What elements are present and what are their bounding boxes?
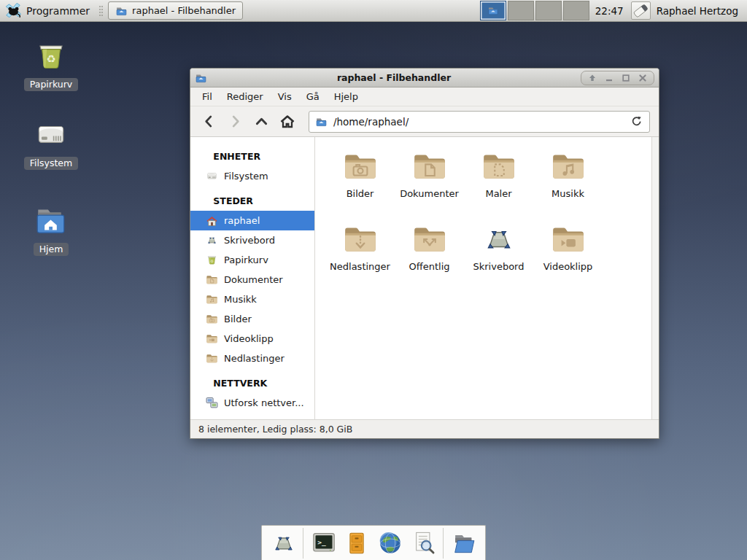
file-item-bilder[interactable]: Bilder — [327, 148, 394, 221]
dock-launcher-search-files[interactable] — [407, 528, 441, 559]
file-label: Offentlig — [409, 261, 450, 272]
back-button[interactable] — [199, 112, 218, 131]
desktop: ♻ Papirkurv Filsystem Hjem Programmer ra… — [0, 0, 747, 560]
sidebar-label: ENHETER — [213, 151, 260, 162]
menu-item[interactable]: Hjelp — [327, 89, 365, 104]
sidebar: ENHETER Filsystem STEDER raphael Skriveb… — [190, 137, 315, 419]
dock-launcher-file-manager[interactable] — [443, 528, 480, 559]
file-item-skrivebord[interactable]: Skrivebord — [465, 221, 533, 294]
workspace-2[interactable] — [508, 1, 534, 20]
panel-grip-handle[interactable] — [98, 4, 104, 18]
file-label: Nedlastinger — [330, 261, 390, 272]
location-bar[interactable]: /home/raphael/ — [309, 111, 650, 133]
taskbar-window-label: raphael - Filbehandler — [132, 5, 236, 16]
dock-launcher-web-browser[interactable] — [374, 528, 407, 559]
taskbar-window-button[interactable]: raphael - Filbehandler — [108, 1, 243, 20]
dock-launcher-show-desktop[interactable] — [267, 528, 301, 559]
dock-launcher-file-cabinet[interactable] — [340, 528, 374, 559]
desktop-icon[interactable]: ♻ Papirkurv — [16, 38, 86, 91]
file-label: Maler — [485, 188, 511, 199]
window-title: raphael - Filbehandler — [212, 72, 576, 83]
file-grid: Bilder Dokumenter Maler Musikk Nedlastin… — [315, 137, 651, 419]
file-manager-window: raphael - Filbehandler Fil Rediger Vis G… — [190, 68, 659, 439]
desktop-icon — [206, 234, 218, 246]
home-button[interactable] — [278, 112, 297, 131]
folder-downloads-icon — [206, 352, 218, 365]
active-window-preview-icon — [487, 5, 499, 16]
desktop-icon-label: Hjem — [34, 243, 69, 256]
sidebar-row-videoklipp[interactable]: Videoklipp — [190, 329, 314, 349]
shade-button[interactable] — [588, 74, 597, 82]
reload-button[interactable] — [629, 114, 643, 129]
sidebar-label: Filsystem — [224, 171, 268, 182]
folder-window-icon — [115, 5, 128, 17]
sidebar-label: Bilder — [224, 314, 252, 324]
file-item-musikk[interactable]: Musikk — [535, 148, 602, 221]
sidebar-row-papirkurv[interactable]: ♻ Papirkurv — [190, 250, 314, 270]
maximize-button[interactable] — [622, 74, 630, 82]
workspace-3[interactable] — [535, 1, 562, 20]
drive-icon — [33, 117, 69, 153]
svg-text:♻: ♻ — [210, 259, 214, 263]
sidebar-row-dokumenter[interactable]: Dokumenter — [190, 270, 314, 289]
minimize-button[interactable] — [605, 74, 614, 82]
folder-templates-icon — [481, 148, 517, 184]
file-item-offentlig[interactable]: Offentlig — [396, 221, 463, 294]
file-label: Bilder — [347, 188, 374, 199]
workspace-4[interactable] — [563, 1, 589, 20]
drive-icon — [206, 170, 218, 182]
file-item-maler[interactable]: Maler — [465, 148, 533, 221]
menu-item[interactable]: Rediger — [220, 89, 271, 104]
sidebar-label: STEDER — [213, 195, 253, 206]
desktop-icon — [270, 529, 298, 557]
file-item-nedlastinger[interactable]: Nedlastinger — [327, 221, 394, 294]
sidebar-row-skrivebord[interactable]: Skrivebord — [190, 230, 314, 250]
cabinet-icon — [343, 529, 371, 557]
close-button[interactable] — [638, 74, 647, 82]
file-label: Skrivebord — [473, 261, 524, 272]
sidebar-row-bilder[interactable]: Bilder — [190, 309, 314, 329]
folder-videos-icon — [550, 221, 587, 257]
folder-pictures-icon — [206, 313, 218, 325]
sidebar-row-utforsk-nettverk[interactable]: Utforsk nettver... — [190, 393, 314, 413]
toolbar: /home/raphael/ — [190, 106, 659, 137]
menu-item[interactable]: Vis — [271, 89, 299, 104]
forward-button[interactable] — [225, 112, 244, 131]
workspace-pager — [480, 1, 589, 20]
folder-music-icon — [550, 148, 587, 184]
svg-text:♻: ♻ — [46, 52, 55, 65]
home-folder-icon — [33, 203, 69, 239]
sidebar-row-musikk[interactable]: Musikk — [190, 289, 314, 309]
panel-clock[interactable]: 22:47 — [595, 5, 624, 17]
sidebar-row-raphael[interactable]: raphael — [190, 211, 314, 230]
menu-item[interactable]: Fil — [195, 89, 220, 104]
statusbar: 8 ielementer, Ledig plass: 8,0 GiB — [190, 419, 659, 438]
sidebar-row-filsystem[interactable]: Filsystem — [190, 166, 314, 186]
svg-text:>_: >_ — [317, 538, 326, 546]
session-button[interactable] — [631, 1, 651, 20]
desktop-icon-label: Filsystem — [24, 157, 78, 170]
menu-item[interactable]: Gå — [299, 89, 327, 104]
file-item-dokumenter[interactable]: Dokumenter — [396, 148, 463, 221]
dock: >_ — [261, 525, 486, 560]
trash-icon: ♻ — [33, 38, 69, 74]
window-controls — [581, 71, 654, 85]
desktop-icon[interactable]: Filsystem — [16, 117, 86, 170]
scrollbar[interactable] — [651, 137, 659, 419]
sidebar-row: ENHETER — [190, 141, 314, 166]
user-name[interactable]: Raphael Hertzog — [657, 5, 738, 17]
applications-menu[interactable]: Programmer — [26, 5, 90, 17]
sidebar-label: Nedlastinger — [224, 353, 285, 364]
up-button[interactable] — [252, 112, 271, 131]
sidebar-label: Utforsk nettver... — [224, 397, 304, 408]
dock-launcher-terminal[interactable]: >_ — [303, 528, 340, 559]
workspace-1[interactable] — [480, 1, 506, 20]
file-label: Dokumenter — [400, 188, 459, 199]
titlebar[interactable]: raphael - Filbehandler — [190, 69, 659, 88]
desktop-icon[interactable]: Hjem — [16, 203, 86, 256]
sidebar-row-nedlastinger[interactable]: Nedlastinger — [190, 349, 314, 368]
location-path[interactable]: /home/raphael/ — [333, 116, 623, 128]
file-item-videoklipp[interactable]: Videoklipp — [535, 221, 602, 294]
xfce-menu-icon[interactable] — [4, 2, 22, 20]
eraser-icon — [633, 3, 649, 18]
